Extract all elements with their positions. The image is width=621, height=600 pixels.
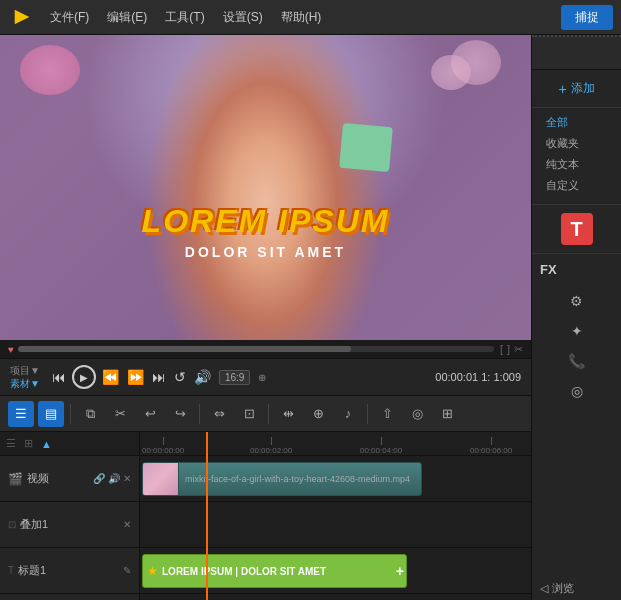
mark-out-btn[interactable]: ]: [507, 343, 510, 356]
menu-favorites[interactable]: 收藏夹: [540, 133, 613, 154]
browse-btn[interactable]: ◁ 浏览: [532, 577, 621, 600]
tool-fit[interactable]: ⇔: [206, 401, 232, 427]
timeline-tracks: 00:00:00:00 00:00:02:00 00:00:04:00 00:0…: [140, 432, 531, 600]
overlay-lock-icon[interactable]: ✕: [123, 519, 131, 530]
tool-scissors[interactable]: ✂: [107, 401, 133, 427]
tool-undo[interactable]: ↩: [137, 401, 163, 427]
right-panel-top: [532, 35, 621, 70]
step-forward-btn[interactable]: ⏩: [125, 367, 146, 387]
video-subtitle: DOLOR SIT AMET: [142, 244, 390, 260]
grid-icon[interactable]: ⊞: [24, 437, 33, 450]
track-label-video: 🎬 视频 🔗 🔊 ✕: [0, 456, 139, 502]
video-lock-icon[interactable]: ✕: [123, 473, 131, 484]
tool-timeline[interactable]: ▤: [38, 401, 64, 427]
panel-icons: ⚙ ✦ 📞 ◎: [532, 281, 621, 411]
add-label: 添加: [571, 80, 595, 97]
video-bg: LOREM IPSUM DOLOR SIT AMET: [0, 35, 531, 340]
video-text-overlay: LOREM IPSUM DOLOR SIT AMET: [142, 203, 390, 260]
tool-camera[interactable]: ◎: [404, 401, 430, 427]
overlay-track-controls: ✕: [123, 519, 131, 530]
video-track-name: 视频: [27, 471, 89, 486]
menu-tools[interactable]: 工具(T): [157, 5, 212, 30]
toolbar-row: ☰ ▤ ⧉ ✂ ↩ ↪ ⇔ ⊡ ⇹ ⊕ ♪ ⇧ ◎ ⊞: [0, 396, 531, 432]
video-audio-icon[interactable]: 🔊: [108, 473, 120, 484]
time-display: 00:00:01 1: 1:009: [435, 371, 521, 383]
text-style-btn[interactable]: T: [561, 213, 593, 245]
track-labels: ☰ ⊞ ▲ 🎬 视频 🔗 🔊 ✕ ⊡ 叠加1: [0, 432, 140, 600]
volume-btn[interactable]: 🔊: [192, 367, 213, 387]
play-button[interactable]: ▶: [72, 365, 96, 389]
playhead: [206, 432, 208, 600]
capture-button[interactable]: 捕捉: [561, 5, 613, 30]
title-clip-label: LOREM IPSUM | DOLOR SIT AMET: [158, 566, 330, 577]
sparkle-icon[interactable]: ✦: [561, 317, 593, 345]
phone-icon[interactable]: 📞: [561, 347, 593, 375]
menu-edit[interactable]: 编辑(E): [99, 5, 155, 30]
mark-in-btn[interactable]: [: [500, 343, 503, 356]
menu-plaintext[interactable]: 纯文本: [540, 154, 613, 175]
menu-all[interactable]: 全部: [540, 112, 613, 133]
dial-icon[interactable]: ◎: [561, 377, 593, 405]
tool-trim[interactable]: ⊡: [236, 401, 262, 427]
skip-to-end-btn[interactable]: ⏭: [150, 367, 168, 387]
menu-settings[interactable]: 设置(S): [215, 5, 271, 30]
audio-track-row: [140, 594, 531, 600]
tool-redo[interactable]: ↪: [167, 401, 193, 427]
browse-label: 浏览: [552, 581, 574, 596]
video-track-controls: 🔗 🔊 ✕: [93, 473, 131, 484]
material-label[interactable]: 素材▼: [10, 377, 40, 390]
browse-icon: ◁: [540, 582, 548, 595]
progress-fill: [18, 346, 351, 352]
skip-to-start-btn[interactable]: ⏮: [50, 367, 68, 387]
video-link-icon[interactable]: 🔗: [93, 473, 105, 484]
video-preview: LOREM IPSUM DOLOR SIT AMET: [0, 35, 531, 340]
gear-icon[interactable]: ⚙: [561, 287, 593, 315]
sep-2: [199, 404, 200, 424]
zoom-icon[interactable]: ⊕: [258, 372, 266, 383]
video-title: LOREM IPSUM: [142, 203, 390, 240]
timeline-area: ☰ ⊞ ▲ 🎬 视频 🔗 🔊 ✕ ⊡ 叠加1: [0, 432, 531, 600]
track-header: ☰ ⊞ ▲: [0, 432, 139, 456]
trim-icon[interactable]: ✂: [514, 343, 523, 356]
tool-grid[interactable]: ⊞: [434, 401, 460, 427]
ruler-2: 00:00:02:00: [250, 437, 292, 455]
playback-controls: 项目▼ 素材▼ ⏮ ▶ ⏪ ⏩ ⏭ ↺ 🔊 16:9 ⊕ 00:00:01 1:…: [0, 358, 531, 396]
progress-track[interactable]: [18, 346, 494, 352]
overlay-track-row: [140, 502, 531, 548]
menu-help[interactable]: 帮助(H): [273, 5, 330, 30]
overlay-track-name: 叠加1: [20, 517, 119, 532]
title-clip-add-btn[interactable]: +: [396, 563, 404, 579]
tool-audio[interactable]: ♪: [335, 401, 361, 427]
tool-split[interactable]: ⇹: [275, 401, 301, 427]
svg-marker-0: [15, 10, 30, 25]
tool-color[interactable]: ⊕: [305, 401, 331, 427]
menu-file[interactable]: 文件(F): [42, 5, 97, 30]
title-track-controls: ✎: [123, 565, 131, 576]
title-pencil-icon[interactable]: ✎: [123, 565, 131, 576]
total-time: 1:009: [493, 371, 521, 383]
menu-bar: 文件(F) 编辑(E) 工具(T) 设置(S) 帮助(H) 捕捉: [0, 0, 621, 35]
progress-bar-container: ♥ [ ] ✂: [0, 340, 531, 358]
video-track-icon: 🎬: [8, 472, 23, 486]
video-clip[interactable]: mixkit-face-of-a-girl-with-a-toy-heart-4…: [142, 462, 422, 496]
add-icon: +: [558, 81, 566, 97]
step-back-btn[interactable]: ⏪: [100, 367, 121, 387]
loop-btn[interactable]: ↺: [172, 367, 188, 387]
add-btn[interactable]: + 添加: [550, 76, 602, 101]
add-track-icon[interactable]: ▲: [41, 438, 52, 450]
fx-btn[interactable]: FX: [532, 258, 621, 281]
video-clip-thumbnail: [143, 463, 179, 495]
tool-export[interactable]: ⇧: [374, 401, 400, 427]
track-label-overlay: ⊡ 叠加1 ✕: [0, 502, 139, 548]
panel-menu: 全部 收藏夹 纯文本 自定义: [532, 108, 621, 200]
project-label[interactable]: 项目▼: [10, 364, 40, 377]
tool-select[interactable]: ☰: [8, 401, 34, 427]
list-icon[interactable]: ☰: [6, 437, 16, 450]
flower-deco-3: [431, 55, 471, 90]
menu-custom[interactable]: 自定义: [540, 175, 613, 196]
track-label-audio: 🎵 声音: [0, 594, 139, 600]
title-clip[interactable]: ★ LOREM IPSUM | DOLOR SIT AMET +: [142, 554, 407, 588]
video-heart-prop: [339, 123, 393, 172]
tool-copy[interactable]: ⧉: [77, 401, 103, 427]
panel-divider-1: [532, 204, 621, 205]
